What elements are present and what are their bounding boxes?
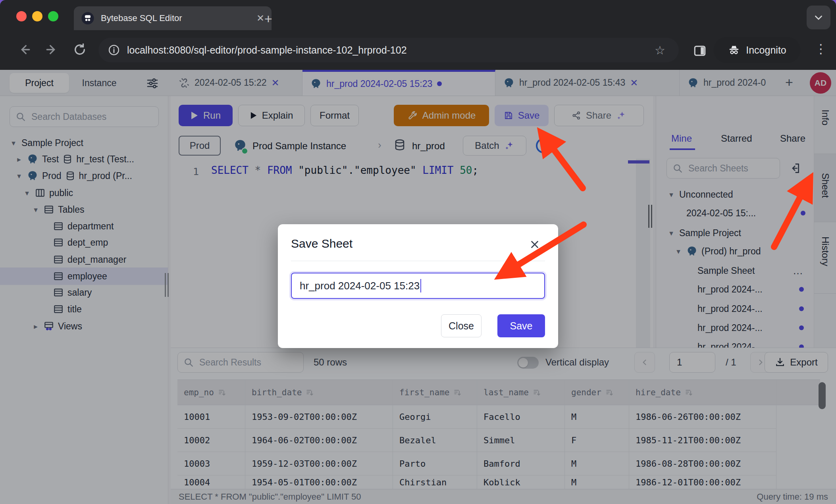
incognito-badge: Incognito [714,37,800,63]
divider [291,261,545,261]
back-icon[interactable] [17,43,31,56]
side-panel-icon[interactable] [693,44,707,58]
url-bar[interactable]: localhost:8080/sql-editor/prod-sample-in… [98,38,679,62]
dialog-title: Save Sheet [291,237,353,250]
window-minimize-button[interactable] [32,11,42,21]
window-zoom-button[interactable] [48,11,58,21]
screen: Bytebase SQL Editor ✕ + localhost:8080/s… [0,0,836,504]
incognito-label: Incognito [746,44,786,56]
modal-save-button[interactable]: Save [497,314,545,337]
save-sheet-dialog: Save Sheet hr_prod 2024-02-05 15:23 Clos… [278,224,558,348]
incognito-icon [728,44,740,56]
close-button[interactable]: Close [441,314,482,337]
bookmark-star-icon[interactable]: ☆ [655,43,665,57]
site-info-icon[interactable] [108,44,120,56]
browser-menu-icon[interactable]: ⋮ [815,41,827,56]
browser-tab[interactable]: Bytebase SQL Editor ✕ [74,6,272,30]
forward-icon[interactable] [45,43,59,56]
text-caret [420,279,421,292]
reload-icon[interactable] [73,43,87,56]
new-tab-button[interactable]: + [264,11,272,27]
browser-tab-close-icon[interactable]: ✕ [256,13,264,24]
sheet-name-input[interactable]: hr_prod 2024-02-05 15:23 [291,273,545,299]
chevron-down-icon [813,12,824,23]
bytebase-favicon [81,12,94,25]
window-close-button[interactable] [16,11,27,21]
url-text: localhost:8080/sql-editor/prod-sample-in… [127,44,655,56]
close-icon[interactable] [529,239,541,250]
browser-chrome: Bytebase SQL Editor ✕ + localhost:8080/s… [0,0,836,70]
browser-tab-title: Bytebase SQL Editor [101,13,250,23]
tab-search-button[interactable] [807,6,830,29]
